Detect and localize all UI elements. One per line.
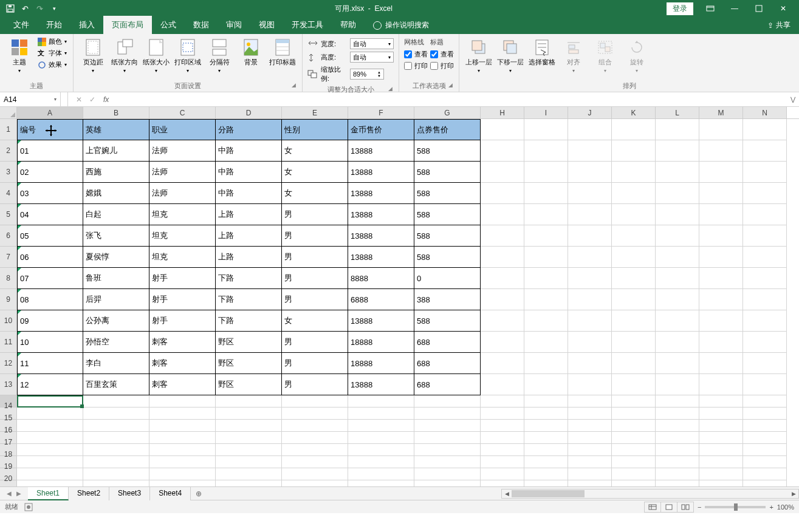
dialog-launcher-icon[interactable]: ◢ bbox=[290, 82, 297, 89]
cell[interactable]: 男 bbox=[282, 247, 348, 268]
cell[interactable] bbox=[612, 204, 656, 225]
cell[interactable] bbox=[149, 456, 216, 468]
cell[interactable] bbox=[481, 395, 524, 408]
zoom-slider[interactable] bbox=[705, 506, 766, 508]
cell[interactable]: 10 bbox=[17, 332, 83, 353]
print-area-button[interactable]: 打印区域▾ bbox=[173, 36, 202, 75]
cell[interactable] bbox=[612, 456, 656, 468]
cell[interactable]: 11 bbox=[17, 353, 83, 374]
cell[interactable] bbox=[656, 353, 699, 374]
cell[interactable] bbox=[656, 332, 699, 353]
cell[interactable] bbox=[656, 162, 699, 183]
cell[interactable] bbox=[568, 204, 612, 225]
macro-record-icon[interactable] bbox=[24, 503, 33, 511]
cell[interactable] bbox=[481, 432, 524, 444]
cell[interactable] bbox=[656, 374, 699, 395]
cell[interactable] bbox=[216, 468, 282, 480]
cell[interactable] bbox=[612, 480, 656, 486]
cell[interactable]: 李白 bbox=[83, 353, 149, 374]
cell[interactable]: 鲁班 bbox=[83, 268, 149, 289]
cell[interactable] bbox=[216, 408, 282, 420]
cell[interactable] bbox=[481, 374, 524, 395]
cell[interactable]: 下路 bbox=[216, 289, 282, 310]
cell[interactable]: 男 bbox=[282, 289, 348, 310]
cell[interactable] bbox=[699, 456, 743, 468]
cell[interactable]: 女 bbox=[282, 140, 348, 162]
cell[interactable] bbox=[568, 140, 612, 162]
sheet-tab[interactable]: Sheet2 bbox=[69, 487, 109, 500]
cell[interactable]: 上路 bbox=[216, 204, 282, 225]
cell[interactable] bbox=[699, 395, 743, 408]
cell[interactable] bbox=[656, 432, 699, 444]
tab-file[interactable]: 文件 bbox=[5, 16, 38, 34]
cell[interactable] bbox=[149, 468, 216, 480]
cell[interactable] bbox=[524, 225, 568, 247]
cell[interactable] bbox=[656, 395, 699, 408]
row-header[interactable]: 16 bbox=[0, 420, 17, 432]
cell[interactable]: 法师 bbox=[149, 162, 216, 183]
cell[interactable] bbox=[699, 332, 743, 353]
cell[interactable] bbox=[524, 432, 568, 444]
cell[interactable] bbox=[149, 408, 216, 420]
tab-insert[interactable]: 插入 bbox=[70, 16, 103, 34]
cell[interactable]: 13888 bbox=[348, 247, 414, 268]
cell[interactable] bbox=[481, 225, 524, 247]
cell[interactable] bbox=[743, 183, 787, 204]
cell[interactable] bbox=[216, 395, 282, 408]
row-header[interactable]: 4 bbox=[0, 183, 17, 204]
cell[interactable] bbox=[612, 310, 656, 332]
cell[interactable] bbox=[481, 420, 524, 432]
cell[interactable] bbox=[568, 353, 612, 374]
cell[interactable] bbox=[149, 444, 216, 456]
cell[interactable]: 男 bbox=[282, 204, 348, 225]
cell[interactable] bbox=[699, 183, 743, 204]
tab-home[interactable]: 开始 bbox=[38, 16, 70, 34]
cell[interactable] bbox=[17, 444, 83, 456]
orientation-button[interactable]: 纸张方向▾ bbox=[110, 36, 139, 75]
cell[interactable] bbox=[83, 468, 149, 480]
cell[interactable]: 射手 bbox=[149, 289, 216, 310]
cell[interactable] bbox=[414, 456, 481, 468]
cell[interactable]: 英雄 bbox=[83, 119, 149, 140]
scale-spinner[interactable]: 89%▲▼ bbox=[350, 69, 384, 80]
cell[interactable] bbox=[524, 395, 568, 408]
cell[interactable] bbox=[282, 456, 348, 468]
cell[interactable] bbox=[699, 420, 743, 432]
cell[interactable]: 刺客 bbox=[149, 353, 216, 374]
cell[interactable]: 法师 bbox=[149, 183, 216, 204]
cell[interactable] bbox=[414, 480, 481, 486]
row-header[interactable]: 8 bbox=[0, 268, 17, 289]
cell[interactable] bbox=[612, 119, 656, 140]
cell[interactable] bbox=[414, 395, 481, 408]
cell[interactable]: 18888 bbox=[348, 353, 414, 374]
column-header[interactable]: K bbox=[612, 107, 656, 118]
cell[interactable] bbox=[699, 310, 743, 332]
cell[interactable] bbox=[656, 225, 699, 247]
cells-area[interactable]: 编号英雄职业分路性别金币售价点券售价01上官婉儿法师中路女1388858802西… bbox=[17, 119, 787, 486]
cell[interactable]: 06 bbox=[17, 247, 83, 268]
cell[interactable] bbox=[481, 140, 524, 162]
cell[interactable] bbox=[568, 247, 612, 268]
cell[interactable]: 688 bbox=[414, 374, 481, 395]
cell[interactable]: 13888 bbox=[348, 162, 414, 183]
cell[interactable]: 上路 bbox=[216, 225, 282, 247]
column-header[interactable]: E bbox=[282, 107, 348, 118]
cell[interactable] bbox=[524, 480, 568, 486]
cell[interactable]: 男 bbox=[282, 332, 348, 353]
print-titles-button[interactable]: 打印标题 bbox=[268, 36, 297, 67]
cell[interactable] bbox=[216, 444, 282, 456]
cell[interactable] bbox=[743, 140, 787, 162]
cell[interactable] bbox=[481, 480, 524, 486]
breaks-button[interactable]: 分隔符▾ bbox=[205, 36, 234, 75]
cell[interactable] bbox=[524, 183, 568, 204]
cell[interactable] bbox=[743, 353, 787, 374]
close-icon[interactable]: ✕ bbox=[771, 0, 795, 17]
cell[interactable] bbox=[524, 332, 568, 353]
cell[interactable] bbox=[348, 395, 414, 408]
group-button[interactable]: 组合▾ bbox=[591, 36, 620, 75]
sheet-nav-buttons[interactable]: ◀▶ bbox=[0, 490, 28, 497]
tab-devtools[interactable]: 开发工具 bbox=[283, 16, 332, 34]
tell-me-search[interactable]: 操作说明搜索 bbox=[365, 16, 437, 34]
cell[interactable]: 女 bbox=[282, 310, 348, 332]
column-header[interactable]: M bbox=[699, 107, 743, 118]
